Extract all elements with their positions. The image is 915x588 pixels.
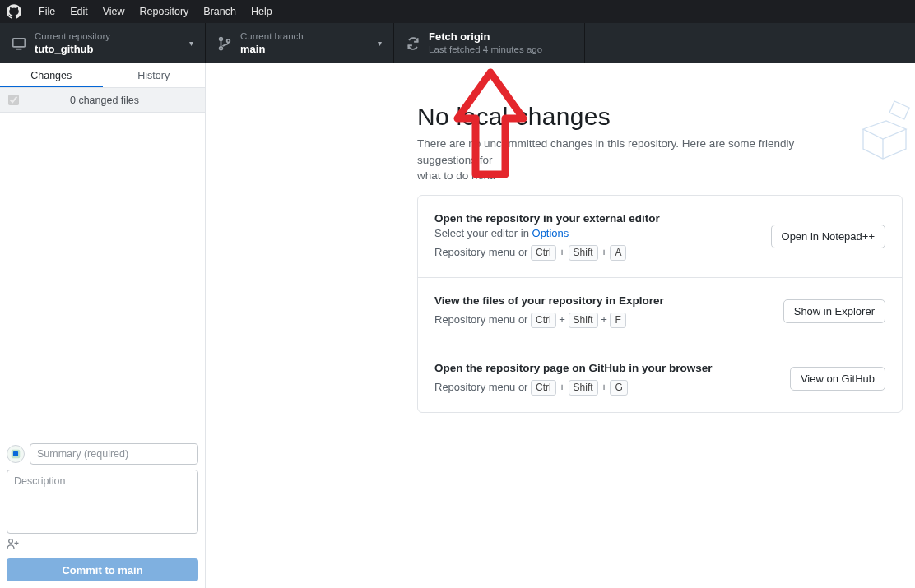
github-logo-icon bbox=[7, 4, 21, 19]
toolbar: Current repository tuto_github ▾ Current… bbox=[0, 23, 915, 63]
menu-edit[interactable]: Edit bbox=[63, 6, 95, 17]
card-view-github: Open the repository page on GitHub in yo… bbox=[418, 345, 902, 412]
commit-btn-branch: main bbox=[118, 564, 142, 576]
avatar-icon bbox=[7, 445, 25, 463]
tab-changes[interactable]: Changes bbox=[0, 63, 103, 87]
branch-value: main bbox=[240, 43, 304, 56]
repo-value: tuto_github bbox=[35, 43, 110, 56]
commit-summary-input[interactable] bbox=[30, 443, 198, 465]
menu-branch[interactable]: Branch bbox=[196, 6, 244, 17]
current-branch-selector[interactable]: Current branch main ▾ bbox=[206, 23, 394, 63]
page-title: No local changes bbox=[417, 103, 829, 131]
repo-label: Current repository bbox=[35, 30, 110, 42]
git-branch-icon bbox=[217, 36, 232, 51]
card-title: Open the repository page on GitHub in yo… bbox=[434, 362, 713, 374]
card-title: View the files of your repository in Exp… bbox=[434, 294, 664, 307]
svg-point-6 bbox=[9, 539, 13, 544]
current-repository-selector[interactable]: Current repository tuto_github ▾ bbox=[0, 23, 206, 63]
card-title: Open the repository in your external edi… bbox=[434, 212, 660, 225]
illustration-boxes-icon bbox=[857, 98, 915, 174]
svg-point-1 bbox=[220, 37, 223, 40]
menubar: File Edit View Repository Branch Help bbox=[0, 0, 915, 23]
sidebar: Changes History 0 changed files Commit t… bbox=[0, 63, 206, 588]
commit-btn-prefix: Commit to bbox=[62, 564, 118, 576]
main-pane: No local changes There are no uncommitte… bbox=[206, 63, 915, 588]
card-hint: Repository menu or Ctrl + Shift + F bbox=[434, 313, 664, 328]
sync-icon bbox=[406, 36, 420, 51]
commit-description-input[interactable] bbox=[7, 470, 198, 534]
menu-file[interactable]: File bbox=[31, 6, 63, 17]
tab-history[interactable]: History bbox=[103, 63, 206, 87]
desktop-icon bbox=[12, 36, 26, 51]
sidebar-tabs: Changes History bbox=[0, 63, 205, 88]
open-in-editor-button[interactable]: Open in Notepad++ bbox=[771, 225, 885, 248]
card-hint: Repository menu or Ctrl + Shift + G bbox=[434, 380, 713, 396]
svg-point-3 bbox=[227, 39, 230, 42]
suggestion-cards: Open the repository in your external edi… bbox=[417, 195, 903, 413]
changes-header: 0 changed files bbox=[0, 88, 205, 113]
changes-list-empty bbox=[0, 113, 205, 437]
options-link[interactable]: Options bbox=[532, 227, 569, 239]
page-subtitle: There are no uncommitted changes in this… bbox=[417, 136, 829, 184]
branch-label: Current branch bbox=[240, 30, 304, 42]
chevron-down-icon: ▾ bbox=[189, 39, 193, 48]
fetch-status: Last fetched 4 minutes ago bbox=[429, 44, 542, 55]
menu-view[interactable]: View bbox=[95, 6, 132, 17]
card-sub: Select your editor in Options bbox=[434, 227, 660, 239]
fetch-label: Fetch origin bbox=[429, 30, 542, 44]
add-coauthor-icon[interactable] bbox=[7, 537, 198, 550]
svg-rect-0 bbox=[13, 38, 26, 46]
changes-count-label: 0 changed files bbox=[27, 95, 182, 106]
menu-help[interactable]: Help bbox=[244, 6, 280, 17]
card-open-editor: Open the repository in your external edi… bbox=[418, 196, 902, 278]
fetch-origin-button[interactable]: Fetch origin Last fetched 4 minutes ago bbox=[394, 23, 585, 63]
commit-button[interactable]: Commit to main bbox=[7, 558, 198, 581]
show-in-explorer-button[interactable]: Show in Explorer bbox=[783, 299, 885, 323]
card-hint: Repository menu or Ctrl + Shift + A bbox=[434, 245, 660, 261]
select-all-checkbox[interactable] bbox=[8, 95, 19, 105]
commit-form: Commit to main bbox=[0, 437, 205, 588]
chevron-down-icon: ▾ bbox=[378, 39, 382, 48]
view-on-github-button[interactable]: View on GitHub bbox=[790, 367, 885, 391]
svg-rect-5 bbox=[13, 451, 18, 456]
card-show-explorer: View the files of your repository in Exp… bbox=[418, 278, 902, 345]
svg-point-2 bbox=[220, 46, 223, 49]
menu-repository[interactable]: Repository bbox=[132, 6, 197, 17]
